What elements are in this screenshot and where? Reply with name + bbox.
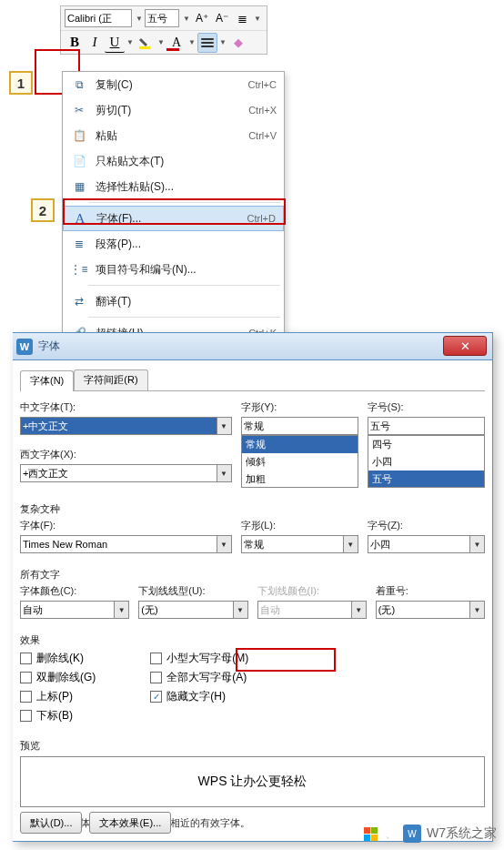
preview-header: 预览 — [20, 739, 485, 753]
paragraph-icon: ≣ — [70, 238, 88, 250]
highlight-button[interactable] — [136, 33, 156, 53]
callout-1: 1 — [9, 71, 33, 95]
tab-spacing[interactable]: 字符间距(R) — [74, 369, 147, 390]
menu-separator — [88, 202, 280, 203]
complex-size-label: 字号(Z): — [368, 519, 485, 532]
menu-separator-3 — [88, 317, 280, 318]
font-name-selector[interactable]: Calibri (正 — [65, 9, 132, 27]
underline-style-combo[interactable]: (无)▼ — [138, 601, 247, 619]
line-spacing-button[interactable]: ≣ — [232, 8, 252, 28]
dialog-titlebar: W 字体 ✕ — [13, 333, 492, 360]
size-input[interactable]: 五号 — [368, 417, 485, 435]
effects-header: 效果 — [20, 633, 485, 647]
text-effect-button[interactable]: 文本效果(E)... — [89, 812, 171, 834]
bullets-icon: ⋮≡ — [70, 263, 88, 276]
cn-font-combo[interactable]: +中文正文▼ — [20, 417, 232, 435]
font-color-button[interactable]: A — [166, 33, 186, 53]
callout-2: 2 — [31, 198, 55, 222]
menu-paragraph[interactable]: ≣ 段落(P)... — [63, 231, 284, 257]
en-font-combo[interactable]: +西文正文▼ — [20, 464, 232, 482]
color-combo[interactable]: 自动▼ — [20, 601, 129, 619]
underline-style-label: 下划线线型(U): — [138, 584, 247, 598]
font-name-arrow[interactable]: ▼ — [134, 8, 145, 28]
menu-copy[interactable]: ⧉ 复制(C) Ctrl+C — [63, 72, 284, 97]
watermark-text: W7系统之家 — [427, 825, 497, 842]
formatting-toolbar: Calibri (正▼ 五号▼ A⁺ A⁻ ≣▼ B I U▼ ▼ A▼ ▼ ◆ — [60, 5, 267, 55]
italic-button[interactable]: I — [85, 33, 105, 53]
paste-icon: 📋 — [70, 129, 88, 142]
highlight-arrow[interactable]: ▼ — [156, 33, 166, 53]
dialog-title: 字体 — [38, 339, 60, 354]
color-label: 字体颜色(C): — [20, 584, 129, 598]
complex-size-combo[interactable]: 小四▼ — [368, 535, 485, 553]
complex-header: 复杂文种 — [20, 502, 485, 516]
menu-font[interactable]: A 字体(F)... Ctrl+D — [63, 206, 284, 231]
menu-translate[interactable]: ⇄ 翻译(T) — [63, 288, 284, 314]
strike-checkbox[interactable]: 删除线(K) — [20, 650, 96, 666]
preview-area: WPS 让办公更轻松 — [20, 756, 485, 807]
underline-arrow[interactable]: ▼ — [125, 33, 136, 53]
all-text-header: 所有文字 — [20, 568, 485, 582]
eraser-button[interactable]: ◆ — [228, 33, 248, 53]
hidden-checkbox[interactable]: 隐藏文字(H) — [150, 688, 248, 704]
underline-color-combo: 自动▼ — [257, 601, 367, 619]
emphasis-label: 着重号: — [376, 584, 485, 598]
underline-button[interactable]: U — [105, 33, 125, 53]
increase-font-button[interactable]: A⁺ — [192, 8, 212, 28]
allcaps-checkbox[interactable]: 全部大写字母(A) — [150, 669, 248, 685]
context-menu: ⧉ 复制(C) Ctrl+C ✂ 剪切(T) Ctrl+X 📋 粘贴 Ctrl+… — [62, 71, 285, 347]
preview-text: WPS 让办公更轻松 — [198, 774, 307, 790]
menu-paste[interactable]: 📋 粘贴 Ctrl+V — [63, 123, 284, 148]
font-dialog: W 字体 ✕ 字体(N) 字符间距(R) 中文字体(T): +中文正文▼ 西文字… — [13, 332, 493, 842]
translate-icon: ⇄ — [70, 295, 88, 308]
default-button[interactable]: 默认(D)... — [20, 812, 82, 834]
underline-color-label: 下划线颜色(I): — [257, 584, 367, 598]
close-button[interactable]: ✕ — [443, 336, 487, 356]
en-font-label: 西文字体(X): — [20, 448, 232, 461]
line-spacing-arrow[interactable]: ▼ — [252, 8, 263, 28]
watermark: 、 W W7系统之家 — [364, 825, 497, 843]
paste-text-icon: 📄 — [70, 155, 88, 167]
style-label: 字形(Y): — [241, 400, 358, 414]
watermark-logo-icon: W — [403, 825, 421, 843]
font-icon: A — [71, 211, 89, 227]
align-button[interactable] — [197, 33, 217, 53]
smallcaps-checkbox[interactable]: 小型大写字母(M) — [150, 650, 248, 666]
subscript-checkbox[interactable]: 下标(B) — [20, 707, 96, 724]
copy-icon: ⧉ — [70, 78, 88, 91]
complex-style-combo[interactable]: 常规▼ — [241, 535, 358, 553]
superscript-checkbox[interactable]: 上标(P) — [20, 688, 96, 704]
menu-paste-special[interactable]: ▦ 选择性粘贴(S)... — [63, 174, 284, 199]
style-input[interactable]: 常规 — [241, 417, 358, 435]
double-strike-checkbox[interactable]: 双删除线(G) — [20, 669, 96, 685]
menu-separator-2 — [88, 285, 280, 286]
font-size-selector[interactable]: 五号 — [145, 9, 179, 27]
tab-font[interactable]: 字体(N) — [20, 370, 74, 391]
cn-font-label: 中文字体(T): — [20, 400, 232, 414]
menu-bullets[interactable]: ⋮≡ 项目符号和编号(N)... — [63, 257, 284, 282]
style-listbox[interactable]: 常规 倾斜 加粗 — [241, 435, 358, 488]
app-icon: W — [16, 339, 33, 355]
font-color-arrow[interactable]: ▼ — [186, 33, 197, 53]
complex-font-combo[interactable]: Times New Roman▼ — [20, 535, 232, 553]
paste-special-icon: ▦ — [70, 180, 88, 193]
menu-paste-text[interactable]: 📄 只粘贴文本(T) — [63, 148, 284, 174]
dialog-tabs: 字体(N) 字符间距(R) — [20, 369, 485, 391]
size-label: 字号(S): — [368, 400, 485, 414]
complex-font-label: 字体(F): — [20, 519, 232, 532]
font-size-arrow[interactable]: ▼ — [181, 8, 192, 28]
menu-cut[interactable]: ✂ 剪切(T) Ctrl+X — [63, 97, 284, 123]
decrease-font-button[interactable]: A⁻ — [212, 8, 232, 28]
complex-style-label: 字形(L): — [241, 519, 358, 532]
cut-icon: ✂ — [70, 104, 88, 116]
size-listbox[interactable]: 四号 小四 五号 — [368, 435, 485, 488]
align-arrow[interactable]: ▼ — [217, 33, 228, 53]
svg-rect-0 — [139, 46, 150, 49]
emphasis-combo[interactable]: (无)▼ — [376, 601, 485, 619]
